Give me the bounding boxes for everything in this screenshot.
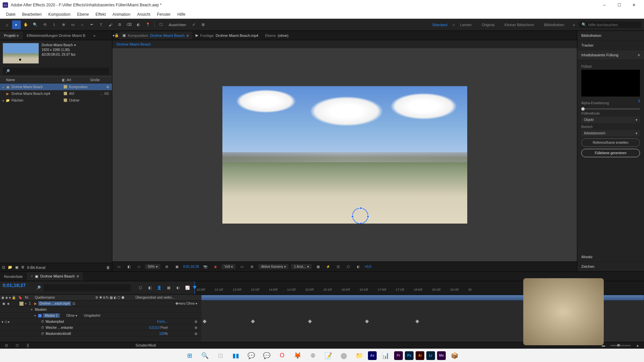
tab-lock-icon[interactable]: 🔒 <box>114 33 119 38</box>
comp-settings-icon[interactable]: ⚙ <box>106 85 109 89</box>
panel-tracker[interactable]: Tracker <box>577 41 644 50</box>
views-select[interactable]: 1 Ansi... ▾ <box>291 264 312 269</box>
home-button[interactable]: ⌂ <box>3 20 11 29</box>
menu-ebene[interactable]: Ebene <box>74 11 92 18</box>
roto-tool[interactable]: ◐ <box>134 20 143 29</box>
puppet-tool[interactable]: 📍 <box>144 20 152 29</box>
generate-fill-button[interactable]: Füllebene generieren <box>581 149 640 157</box>
eraser-tool[interactable]: ⌫ <box>125 20 133 29</box>
keyframe[interactable] <box>415 319 419 323</box>
keyframe[interactable] <box>203 319 206 323</box>
current-time[interactable]: 0:01:18:26 <box>183 265 199 268</box>
comp-breadcrumb[interactable]: Drohne Miami Beach <box>112 40 577 48</box>
menu-komposition[interactable]: Komposition <box>45 11 74 18</box>
expression-icon[interactable]: ⊚ <box>195 320 197 323</box>
twirl-icon[interactable]: ▾ <box>31 308 35 311</box>
snapshot-icon[interactable]: 📷 <box>202 263 209 270</box>
help-search-input[interactable] <box>588 23 639 27</box>
expression-icon[interactable]: ⊚ <box>195 332 197 336</box>
photoshop-icon[interactable]: Ps <box>405 351 414 360</box>
maximize-button[interactable]: ☐ <box>612 0 627 10</box>
menu-ansicht[interactable]: Ansicht <box>134 11 154 18</box>
premiere-icon[interactable]: Pr <box>394 351 403 360</box>
label-swatch[interactable] <box>64 85 67 88</box>
zoom-tool[interactable]: 🔍 <box>31 20 40 29</box>
opera-icon[interactable]: O <box>275 350 289 361</box>
hand-tool[interactable]: ✋ <box>21 20 30 29</box>
effects-tab[interactable]: Effekteinstellungen Drohne Miami B <box>23 32 90 40</box>
toggle-modes-icon[interactable]: ⬡ <box>13 342 21 349</box>
media-encoder-icon[interactable]: Me <box>437 351 446 360</box>
draft3d-icon[interactable]: ◧ <box>146 284 154 292</box>
alpha-value[interactable]: 0 <box>638 99 640 106</box>
keyframe[interactable] <box>251 319 255 323</box>
rect-tool[interactable]: ▭ <box>68 20 77 29</box>
new-folder-icon[interactable]: 📁 <box>8 265 12 269</box>
project-search[interactable]: 🔎 <box>3 68 109 75</box>
channel-icon[interactable]: ◉ <box>212 263 219 270</box>
project-item-folder[interactable]: ▸📁 Flächen Ordner <box>0 97 112 104</box>
resolution-icon[interactable]: ⊞ <box>163 263 170 270</box>
timeline-comp-tab[interactable]: ×▣ Drohne Miami Beach ≡ <box>27 272 83 281</box>
menu-animation[interactable]: Animation <box>109 11 133 18</box>
trash-icon[interactable]: 🗑 <box>106 265 110 269</box>
snap-options[interactable]: ⤢ <box>190 20 198 29</box>
workspace-klein[interactable]: Kleiner Bildschirm <box>500 21 539 29</box>
stopwatch-icon[interactable]: ⏱ <box>41 332 46 336</box>
fill-method-select[interactable]: Objekt▾ <box>581 117 640 123</box>
project-settings-icon[interactable]: ⚙ <box>21 265 24 269</box>
layer-switch-icon[interactable]: ⊡ <box>72 302 77 305</box>
clone-tool[interactable]: ⧉ <box>115 20 124 29</box>
mask-toggle-icon[interactable]: ⬭ <box>135 263 143 270</box>
after-effects-icon[interactable]: Ae <box>368 351 377 360</box>
panel-absatz[interactable]: Absatz <box>577 252 644 262</box>
prop-mask-feather[interactable]: ⏱ Weiche …enkante 0,0,0,0 Pixel ⊚ <box>0 325 201 331</box>
bit-depth-label[interactable]: 8-Bit-Kanal <box>27 265 45 269</box>
project-tab[interactable]: Projekt ≡ <box>0 32 23 40</box>
label-swatch[interactable] <box>64 99 67 102</box>
snap-checkbox[interactable]: ☐ <box>157 20 165 29</box>
graph-editor-icon[interactable]: 📈 <box>184 284 191 292</box>
rotate-tool[interactable]: ⤹ <box>50 20 58 29</box>
zoom-slider[interactable] <box>610 345 631 346</box>
timeline-search-input[interactable] <box>44 284 131 291</box>
lightroom-icon[interactable]: Lr <box>426 351 435 360</box>
camera-select[interactable]: Aktive Kamera ▾ <box>258 264 288 269</box>
workspace-bibliotheken[interactable]: Bibliotheken <box>539 21 569 29</box>
prop-mask-path[interactable]: ◂◇▸ ⏱ Maskenpfad Form... ⊚ <box>0 319 201 325</box>
menu-datei[interactable]: Datei <box>3 11 19 18</box>
widgets-button[interactable]: ▮▮ <box>229 350 243 361</box>
dropdown-icon[interactable]: ▾ <box>74 43 76 48</box>
magnification-icon[interactable]: ▭ <box>115 263 122 270</box>
menu-hilfe[interactable]: Hilfe <box>174 11 189 18</box>
firefox-icon[interactable]: 🦊 <box>291 350 304 361</box>
layer-row[interactable]: ◉◈ ▾ 1 ▶ Drohne …each.mp4 ⊡ �चего Ohne ▾ <box>0 301 201 307</box>
keyframe[interactable] <box>308 319 312 323</box>
new-comp-icon[interactable]: ▣ <box>15 265 18 269</box>
frame-blend-icon[interactable]: ▦ <box>165 284 172 292</box>
stopwatch-icon[interactable]: ⏱ <box>41 320 46 323</box>
obs-icon[interactable]: ⬤ <box>337 350 351 361</box>
comp-mini-flowchart-icon[interactable]: ⬡ <box>137 284 144 292</box>
timecode-display[interactable]: 0;01;18;27 <box>0 281 34 294</box>
interpret-footage-icon[interactable]: ⊡ <box>2 265 5 269</box>
explorer-icon[interactable]: 📁 <box>353 350 366 361</box>
tab-layer[interactable]: Ebene (ohne) <box>262 32 292 39</box>
menu-effekt[interactable]: Effekt <box>92 11 109 18</box>
toggle-switches-icon[interactable]: ⊡ <box>3 342 10 349</box>
visibility-icon[interactable]: ◉ <box>1 302 6 305</box>
project-item-video[interactable]: ▶ Drohne Miami Beach.mp4 AVI … ME <box>0 90 112 97</box>
keyframe[interactable] <box>365 319 369 323</box>
resolution-select[interactable]: Voll ▾ <box>222 264 235 269</box>
teams-icon[interactable]: 💬 <box>245 350 258 361</box>
app-icon-2[interactable]: 📊 <box>379 350 392 361</box>
create-reference-button[interactable]: Referenzframe erstellen <box>581 138 640 147</box>
alpha-slider[interactable] <box>581 108 640 110</box>
project-item-comp[interactable]: ▸▣ Drohne Miami Beach Komposition ⚙ <box>0 83 112 90</box>
workspace-standard[interactable]: Standard <box>428 21 452 29</box>
twirl-icon[interactable]: ▾ <box>34 314 38 317</box>
illustrator-icon[interactable]: Ai <box>416 351 424 360</box>
timeline-icon[interactable]: ⊡ <box>334 263 342 270</box>
transparency-icon[interactable]: ◧ <box>125 263 132 270</box>
switches-modes-toggle[interactable]: Schalter/Modi <box>136 344 156 347</box>
